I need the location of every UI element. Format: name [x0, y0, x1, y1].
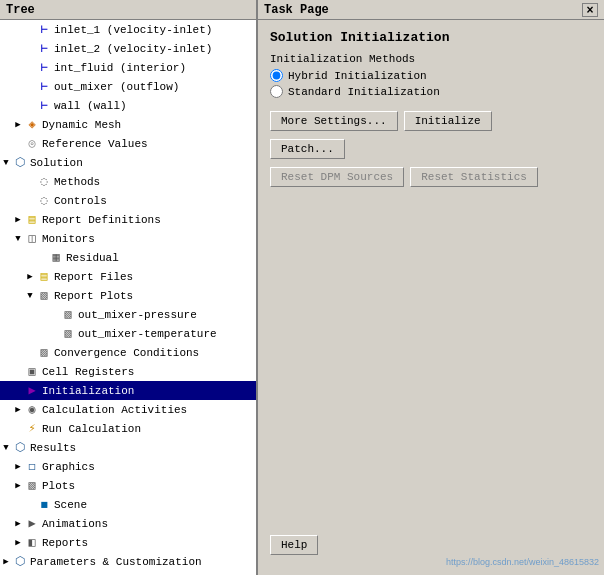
tree-label-out_mixer: out_mixer (outflow) — [54, 81, 179, 93]
boundary-icon: ⊢ — [36, 42, 52, 56]
tree-item-wall[interactable]: ⊢wall (wall) — [0, 96, 256, 115]
patch-row: Patch... — [270, 139, 592, 159]
close-button[interactable]: × — [582, 3, 598, 17]
boundary-icon: ⊢ — [36, 99, 52, 113]
tree-item-int_fluid[interactable]: ⊢int_fluid (interior) — [0, 58, 256, 77]
tree-label-run_calculation: Run Calculation — [42, 423, 141, 435]
tree-item-inlet2[interactable]: ⊢inlet_2 (velocity-inlet) — [0, 39, 256, 58]
settings-row: More Settings... Initialize — [270, 111, 592, 131]
tree-item-params[interactable]: ▶⬡Parameters & Customization — [0, 552, 256, 571]
tree-panel: Tree ⊢inlet_1 (velocity-inlet)⊢inlet_2 (… — [0, 0, 258, 575]
tree-label-graphics: Graphics — [42, 461, 95, 473]
reports-icon: ◧ — [24, 536, 40, 550]
tree-item-dynamic_mesh[interactable]: ▶◈Dynamic Mesh — [0, 115, 256, 134]
tree-arrow-monitors: ▼ — [12, 234, 24, 244]
tree-label-inlet2: inlet_2 (velocity-inlet) — [54, 43, 212, 55]
tree-item-report_plots[interactable]: ▼▧Report Plots — [0, 286, 256, 305]
folder-icon: ▤ — [24, 213, 40, 227]
tree-label-cell_registers: Cell Registers — [42, 366, 134, 378]
boundary-icon: ⊢ — [36, 23, 52, 37]
graphics-icon: ◻ — [24, 460, 40, 474]
folder-icon: ▤ — [36, 270, 52, 284]
watermark: https://blog.csdn.net/weixin_48615832 — [446, 557, 599, 567]
tree-item-convergence[interactable]: ▨Convergence Conditions — [0, 343, 256, 362]
tree-item-out_mixer_temperature[interactable]: ▧out_mixer-temperature — [0, 324, 256, 343]
initialize-button[interactable]: Initialize — [404, 111, 492, 131]
init-methods-label: Initialization Methods — [270, 53, 592, 65]
ref-icon: ◎ — [24, 137, 40, 151]
tree-label-dynamic_mesh: Dynamic Mesh — [42, 119, 121, 131]
tree-label-reference_values: Reference Values — [42, 138, 148, 150]
tree-item-initialization[interactable]: ▶Initialization — [0, 381, 256, 400]
page-title: Solution Initialization — [270, 30, 592, 45]
tree-label-calc_activities: Calculation Activities — [42, 404, 187, 416]
results-icon: ⬡ — [12, 441, 28, 455]
tree-label-controls: Controls — [54, 195, 107, 207]
tree-item-graphics[interactable]: ▶◻Graphics — [0, 457, 256, 476]
tree-item-out_mixer[interactable]: ⊢out_mixer (outflow) — [0, 77, 256, 96]
gear-icon: ◌ — [36, 194, 52, 208]
boundary-icon: ⊢ — [36, 61, 52, 75]
tree-label-report_files: Report Files — [54, 271, 133, 283]
tree-item-report_defs[interactable]: ▶▤Report Definitions — [0, 210, 256, 229]
tree-label-wall: wall (wall) — [54, 100, 127, 112]
plot-icon: ▧ — [60, 308, 76, 322]
tree-item-calc_activities[interactable]: ▶◉Calculation Activities — [0, 400, 256, 419]
tree-item-scene[interactable]: ◼Scene — [0, 495, 256, 514]
tree-arrow-plots: ▶ — [12, 480, 24, 491]
params-icon: ⬡ — [12, 555, 28, 569]
residual-icon: ▦ — [48, 251, 64, 265]
radio-group: Hybrid Initialization Standard Initializ… — [270, 69, 592, 101]
tree-label-monitors: Monitors — [42, 233, 95, 245]
tree-item-results[interactable]: ▼⬡Results — [0, 438, 256, 457]
tree-item-solution[interactable]: ▼⬡Solution — [0, 153, 256, 172]
tree-item-inlet1[interactable]: ⊢inlet_1 (velocity-inlet) — [0, 20, 256, 39]
tree-label-reports: Reports — [42, 537, 88, 549]
tree-label-inlet1: inlet_1 (velocity-inlet) — [54, 24, 212, 36]
tree-item-animations[interactable]: ▶▶Animations — [0, 514, 256, 533]
tree-arrow-params: ▶ — [0, 556, 12, 567]
plot-icon: ▧ — [60, 327, 76, 341]
tree-label-plots: Plots — [42, 480, 75, 492]
tree-item-residual[interactable]: ▦Residual — [0, 248, 256, 267]
tree-arrow-report_files: ▶ — [24, 271, 36, 282]
cell-icon: ▣ — [24, 365, 40, 379]
hybrid-label[interactable]: Hybrid Initialization — [288, 70, 427, 82]
tree-arrow-reports: ▶ — [12, 537, 24, 548]
tree-label-animations: Animations — [42, 518, 108, 530]
monitor-icon: ◫ — [24, 232, 40, 246]
tree-label-residual: Residual — [66, 252, 119, 264]
tree-arrow-report_defs: ▶ — [12, 214, 24, 225]
task-panel: Task Page × Solution Initialization Init… — [258, 0, 604, 575]
tree-item-monitors[interactable]: ▼◫Monitors — [0, 229, 256, 248]
hybrid-init-option[interactable]: Hybrid Initialization — [270, 69, 592, 82]
tree-item-plots[interactable]: ▶▧Plots — [0, 476, 256, 495]
help-button[interactable]: Help — [270, 535, 318, 555]
hybrid-radio[interactable] — [270, 69, 283, 82]
tree-item-run_calculation[interactable]: ⚡Run Calculation — [0, 419, 256, 438]
tree-arrow-report_plots: ▼ — [24, 291, 36, 301]
calc-icon: ◉ — [24, 403, 40, 417]
reset-dpm-button[interactable]: Reset DPM Sources — [270, 167, 404, 187]
patch-button[interactable]: Patch... — [270, 139, 345, 159]
tree-item-reports[interactable]: ▶◧Reports — [0, 533, 256, 552]
tree-label-out_mixer_pressure: out_mixer-pressure — [78, 309, 197, 321]
tree-label-report_plots: Report Plots — [54, 290, 133, 302]
standard-init-option[interactable]: Standard Initialization — [270, 85, 592, 98]
tree-item-methods[interactable]: ◌Methods — [0, 172, 256, 191]
tree-item-out_mixer_pressure[interactable]: ▧out_mixer-pressure — [0, 305, 256, 324]
init-icon: ▶ — [24, 384, 40, 398]
tree-arrow-animations: ▶ — [12, 518, 24, 529]
tree-item-report_files[interactable]: ▶▤Report Files — [0, 267, 256, 286]
standard-radio[interactable] — [270, 85, 283, 98]
more-settings-button[interactable]: More Settings... — [270, 111, 398, 131]
tree-item-controls[interactable]: ◌Controls — [0, 191, 256, 210]
tree-label-scene: Scene — [54, 499, 87, 511]
standard-label[interactable]: Standard Initialization — [288, 86, 440, 98]
reset-stats-button[interactable]: Reset Statistics — [410, 167, 538, 187]
tree-label-report_defs: Report Definitions — [42, 214, 161, 226]
mesh-icon: ◈ — [24, 118, 40, 132]
tree-content[interactable]: ⊢inlet_1 (velocity-inlet)⊢inlet_2 (veloc… — [0, 20, 256, 575]
tree-item-cell_registers[interactable]: ▣Cell Registers — [0, 362, 256, 381]
tree-item-reference_values[interactable]: ◎Reference Values — [0, 134, 256, 153]
